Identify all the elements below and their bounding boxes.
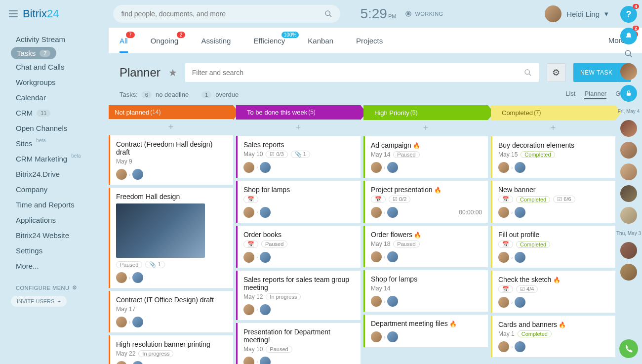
assignee-avatar[interactable] <box>260 357 271 364</box>
column-header[interactable]: High Priority (5) <box>363 105 488 120</box>
assignee-avatar[interactable] <box>132 317 143 327</box>
sidebar-item-settings[interactable]: Settings <box>11 243 109 258</box>
task-card[interactable]: Buy decoration elementsMay 15Completed› <box>491 136 615 178</box>
sidebar-item-bitrix24-drive[interactable]: Bitrix24.Drive <box>11 166 109 182</box>
sidebar-item-tasks[interactable]: Tasks7 <box>11 47 56 59</box>
task-card[interactable]: Order books📅Paused› <box>236 226 361 268</box>
sidebar-item-chat-and-calls[interactable]: Chat and Calls <box>11 59 109 75</box>
add-card-button[interactable]: + <box>363 120 488 136</box>
add-card-button[interactable]: + <box>236 120 361 136</box>
task-card[interactable]: Project presentation 🔥📅☑ 0/2›00:00:00 <box>363 181 488 223</box>
call-fab[interactable] <box>619 339 638 358</box>
global-search[interactable] <box>113 5 340 23</box>
assignee-avatar[interactable] <box>260 162 271 173</box>
assignee-avatar[interactable] <box>116 169 127 180</box>
task-card[interactable]: Presentation for Department meeting!May … <box>236 323 361 364</box>
column-header[interactable]: Not planned (14) <box>109 105 233 119</box>
filter-search[interactable] <box>185 63 539 82</box>
contact-avatar[interactable] <box>620 120 637 137</box>
task-card[interactable]: Shop for lampsMay 14› <box>363 270 488 312</box>
assignee-avatar[interactable] <box>498 297 509 308</box>
notifications-button[interactable]: 2 <box>620 28 637 44</box>
tab-projects[interactable]: Projects <box>356 37 383 45</box>
assignee-avatar[interactable] <box>515 207 525 218</box>
column-header[interactable]: To be done this week (5) <box>236 105 361 120</box>
assignee-avatar[interactable] <box>515 252 525 263</box>
settings-button[interactable]: ⚙ <box>547 63 565 82</box>
contact-avatar[interactable] <box>620 207 637 224</box>
task-card[interactable]: Check the sketch 🔥📅☑ 4/4› <box>491 271 615 313</box>
invite-users-button[interactable]: INVITE USERS + <box>11 296 67 307</box>
contact-avatar[interactable] <box>620 264 637 281</box>
assignee-avatar[interactable] <box>260 207 271 218</box>
view-list[interactable]: List <box>565 90 575 99</box>
global-search-input[interactable] <box>121 10 324 18</box>
task-card[interactable]: Freedom Hall designPaused📎 1› <box>109 188 233 288</box>
assignee-avatar[interactable] <box>371 207 382 218</box>
assignee-avatar[interactable] <box>243 162 254 173</box>
sidebar-item-more-[interactable]: More... <box>11 258 109 274</box>
lock-button[interactable] <box>620 85 637 102</box>
task-card[interactable]: Sales reports for sales team group meeti… <box>236 271 361 320</box>
star-icon[interactable]: ★ <box>168 67 177 79</box>
assignee-avatar[interactable] <box>371 162 382 173</box>
column-header[interactable]: Completed (7) <box>491 105 615 120</box>
sidebar-item-open-channels[interactable]: Open Channels <box>11 121 109 136</box>
sidebar-item-sites[interactable]: Sitesbeta <box>11 136 109 151</box>
task-card[interactable]: Sales reportsMay 10☑ 0/3📎 1› <box>236 136 361 178</box>
contact-avatar[interactable] <box>620 185 637 202</box>
tab-efficiency[interactable]: Efficiency100% <box>253 37 285 45</box>
assignee-avatar[interactable] <box>387 162 398 173</box>
search-icon[interactable] <box>324 10 332 18</box>
task-card[interactable]: Department meeting files 🔥› <box>363 315 488 347</box>
assignee-avatar[interactable] <box>387 251 398 262</box>
assignee-avatar[interactable] <box>132 169 143 180</box>
sidebar-item-activity-stream[interactable]: Activity Stream <box>11 32 109 47</box>
app-logo[interactable]: Bitrix24 <box>23 7 59 20</box>
overdue-count[interactable]: 1 <box>201 91 211 98</box>
assignee-avatar[interactable] <box>116 272 127 283</box>
working-status[interactable]: WORKING <box>405 10 443 17</box>
sidebar-item-bitrix24-website[interactable]: Bitrix24 Website <box>11 228 109 243</box>
sidebar-item-calendar[interactable]: Calendar <box>11 90 109 105</box>
assignee-avatar[interactable] <box>243 304 254 315</box>
tab-ongoing[interactable]: Ongoing2 <box>151 37 179 45</box>
contact-avatar[interactable] <box>620 142 637 159</box>
no-deadline-count[interactable]: 6 <box>142 91 152 98</box>
tab-assisting[interactable]: Assisting <box>201 37 231 45</box>
contact-avatar[interactable] <box>620 63 637 80</box>
add-card-button[interactable]: + <box>491 120 615 136</box>
assignee-avatar[interactable] <box>243 252 254 263</box>
contact-avatar[interactable] <box>620 242 637 259</box>
sidebar-item-crm-marketing[interactable]: CRM Marketingbeta <box>11 151 109 166</box>
configure-menu-button[interactable]: CONFIGURE MENU ⚙ <box>11 280 109 296</box>
search-icon[interactable] <box>524 69 532 77</box>
help-button[interactable]: ? 4 <box>620 6 637 23</box>
sidebar-item-workgroups[interactable]: Workgroups <box>11 75 109 90</box>
tab-kanban[interactable]: Kanban <box>308 37 333 45</box>
assignee-avatar[interactable] <box>260 304 271 315</box>
task-card[interactable]: High resolution banner printingMay 22In … <box>109 335 233 364</box>
assignee-avatar[interactable] <box>132 272 143 283</box>
task-card[interactable]: New banner📅Completed☑ 6/6› <box>491 181 615 223</box>
task-card[interactable]: Shop for lamps📅› <box>236 181 361 223</box>
assignee-avatar[interactable] <box>116 317 127 327</box>
task-card[interactable]: Contract (IT Office Design) draftMay 17› <box>109 291 233 332</box>
hamburger-menu-icon[interactable] <box>9 10 18 17</box>
assignee-avatar[interactable] <box>498 252 509 263</box>
sidebar-item-time-and-reports[interactable]: Time and Reports <box>11 197 109 212</box>
assignee-avatar[interactable] <box>116 361 127 364</box>
view-planner[interactable]: Planner <box>584 90 606 99</box>
filter-input[interactable] <box>192 69 524 77</box>
assignee-avatar[interactable] <box>515 297 525 308</box>
assignee-avatar[interactable] <box>260 252 271 263</box>
assignee-avatar[interactable] <box>498 341 509 352</box>
assignee-avatar[interactable] <box>371 296 382 307</box>
assignee-avatar[interactable] <box>498 162 509 173</box>
add-card-button[interactable]: + <box>109 119 233 135</box>
assignee-avatar[interactable] <box>387 207 398 218</box>
task-card[interactable]: Contract (Freedom Hall design) draftMay … <box>109 135 233 185</box>
contact-avatar[interactable] <box>620 163 637 180</box>
assignee-avatar[interactable] <box>498 207 509 218</box>
task-card[interactable]: Fill out profile📅Completed› <box>491 226 615 268</box>
